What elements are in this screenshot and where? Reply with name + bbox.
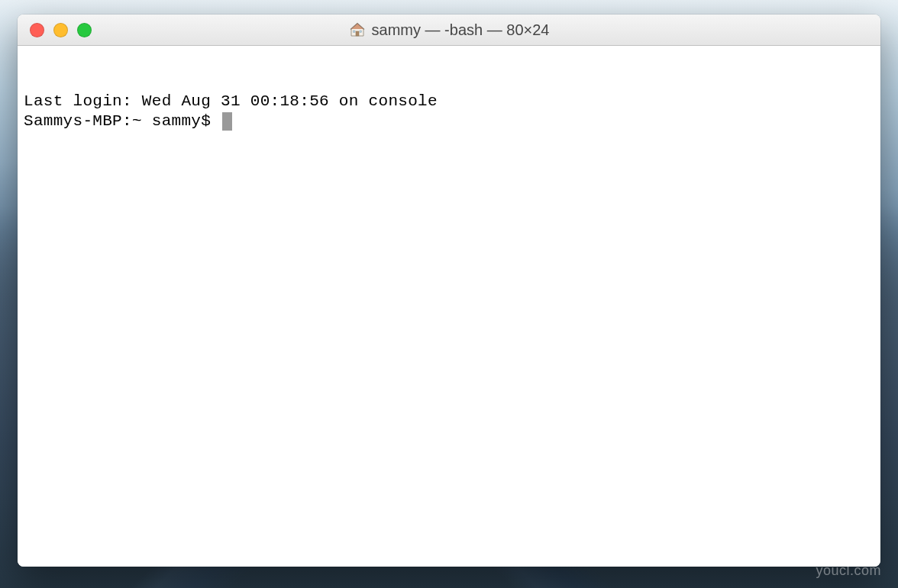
close-button[interactable] — [30, 23, 44, 37]
shell-prompt: Sammys-MBP:~ sammy$ — [24, 111, 221, 131]
cursor — [222, 112, 232, 131]
terminal-body[interactable]: Last login: Wed Aug 31 00:18:56 on conso… — [18, 46, 880, 567]
terminal-window: sammy — -bash — 80×24 Last login: Wed Au… — [18, 15, 880, 567]
svg-rect-2 — [360, 31, 362, 33]
svg-rect-0 — [356, 31, 359, 36]
home-icon — [349, 21, 366, 38]
last-login-line: Last login: Wed Aug 31 00:18:56 on conso… — [24, 92, 874, 111]
traffic-lights — [18, 23, 92, 37]
watermark: youcl.com — [816, 563, 881, 579]
minimize-button[interactable] — [53, 23, 68, 37]
title-content: sammy — -bash — 80×24 — [349, 21, 550, 39]
window-title-text: sammy — -bash — 80×24 — [372, 21, 550, 39]
svg-rect-1 — [353, 31, 355, 33]
window-title-bar[interactable]: sammy — -bash — 80×24 — [18, 15, 880, 46]
maximize-button[interactable] — [77, 23, 92, 37]
